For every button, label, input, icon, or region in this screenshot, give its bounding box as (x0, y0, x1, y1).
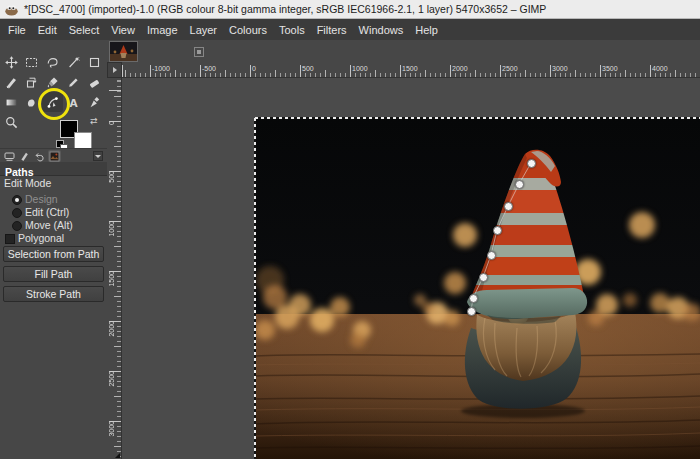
undo-history-tab-icon[interactable] (33, 150, 46, 162)
annotation-highlight-circle (38, 88, 70, 120)
ruler-label: 2000 (452, 65, 468, 72)
path-anchor-point[interactable] (504, 202, 513, 211)
edit-mode-label: Edit Mode (4, 177, 51, 189)
ruler-label: 4000 (652, 65, 668, 72)
path-anchor-point[interactable] (515, 180, 524, 189)
ruler-origin-button[interactable] (107, 62, 122, 78)
tab-menu-button[interactable] (93, 151, 103, 161)
ruler-label: 500 (302, 65, 314, 72)
ruler-label: 0 (108, 121, 115, 125)
gimp-wilber-icon (4, 3, 19, 16)
ruler-label: -1000 (152, 65, 170, 72)
radio-icon (12, 221, 22, 231)
menubar-item[interactable]: Colours (223, 21, 273, 39)
image-tab[interactable] (109, 41, 138, 62)
layer-boundary-top (255, 117, 700, 119)
dockable-tabs (0, 148, 107, 163)
device-status-tab-icon[interactable] (18, 150, 31, 162)
pencil-tool-icon[interactable] (63, 72, 84, 92)
ink-tool-icon[interactable] (84, 92, 104, 112)
window-title: *[DSC_4700] (imported)-1.0 (RGB colour 8… (24, 3, 546, 15)
edit-ctrl-radio[interactable]: Edit (Ctrl) (0, 206, 107, 219)
menubar-item[interactable]: Edit (32, 21, 63, 39)
path-anchor-point[interactable] (493, 226, 502, 235)
vertical-ruler[interactable]: 050010001500200025003000 (107, 78, 122, 459)
menubar-item[interactable]: Windows (353, 21, 410, 39)
checkbox-icon (5, 234, 15, 244)
path-anchor-point[interactable] (527, 159, 536, 168)
transform-tool-icon[interactable] (21, 72, 42, 92)
ruler-label: 1000 (108, 221, 115, 237)
svg-text:A: A (70, 96, 79, 108)
fill-path-button[interactable]: Fill Path (3, 266, 104, 282)
radio-selected-icon (12, 195, 22, 205)
eraser-tool-icon[interactable] (84, 72, 104, 92)
free-select-tool-icon[interactable] (42, 52, 63, 72)
canvas-area[interactable] (122, 78, 700, 459)
image-layer[interactable] (255, 118, 700, 459)
ruler-label: 2000 (108, 321, 115, 337)
swap-colors-icon[interactable]: ⇄ (90, 116, 98, 126)
menubar-item[interactable]: Layer (184, 21, 224, 39)
ruler-label: 2500 (502, 65, 518, 72)
ruler-label: 1500 (402, 65, 418, 72)
align-tool-icon[interactable] (84, 52, 104, 72)
move-alt-radio[interactable]: Move (Alt) (0, 219, 107, 232)
menubar-item[interactable]: Select (63, 21, 106, 39)
crop-tool-icon[interactable] (1, 72, 21, 92)
menubar-item[interactable]: Filters (311, 21, 353, 39)
zoom-tool-icon[interactable] (1, 112, 21, 132)
tool-options-tab-icon[interactable] (3, 150, 16, 162)
horizontal-ruler[interactable]: -1000-5000500100015002000250030003500400… (122, 62, 700, 78)
menubar-item[interactable]: Image (141, 21, 184, 39)
dock-tab-icon[interactable] (194, 47, 204, 57)
design-radio[interactable]: Design (0, 193, 107, 206)
menubar-item[interactable]: View (105, 21, 141, 39)
window-titlebar: *[DSC_4700] (imported)-1.0 (RGB colour 8… (0, 0, 700, 19)
ruler-label: 3500 (602, 65, 618, 72)
ruler-label: -500 (202, 65, 216, 72)
ruler-label: 2500 (108, 371, 115, 387)
path-anchor-point[interactable] (487, 251, 496, 260)
menubar-item[interactable]: Tools (273, 21, 311, 39)
tool-options-header: Paths (0, 162, 107, 176)
path-anchor-point[interactable] (469, 294, 478, 303)
radio-icon (12, 208, 22, 218)
menubar: FileEditSelectViewImageLayerColoursTools… (0, 19, 700, 40)
ruler-label: 1500 (108, 271, 115, 287)
ruler-label: 1000 (352, 65, 368, 72)
ruler-label: 3000 (552, 65, 568, 72)
polygonal-checkbox[interactable]: Polygonal (0, 232, 107, 245)
ruler-label: 0 (252, 65, 256, 72)
images-tab-icon[interactable] (48, 150, 61, 162)
path-anchor-point[interactable] (479, 273, 488, 282)
stroke-path-button[interactable]: Stroke Path (3, 286, 104, 302)
ruler-label: 500 (108, 171, 115, 183)
left-dock: A ⇄ Paths Edit Mode Design Edit (Ctrl) M… (0, 40, 107, 459)
selection-from-path-button[interactable]: Selection from Path (3, 246, 104, 262)
path-points-layer (255, 118, 700, 459)
menubar-item[interactable]: Help (409, 21, 444, 39)
gradient-tool-icon[interactable] (1, 92, 21, 112)
ruler-label: 3000 (108, 421, 115, 437)
menubar-item[interactable]: File (2, 21, 32, 39)
fuzzy-select-tool-icon[interactable] (63, 52, 84, 72)
rectangle-select-tool-icon[interactable] (21, 52, 42, 72)
layer-boundary-left (254, 118, 256, 459)
path-anchor-point[interactable] (467, 307, 476, 316)
move-tool-icon[interactable] (1, 52, 21, 72)
